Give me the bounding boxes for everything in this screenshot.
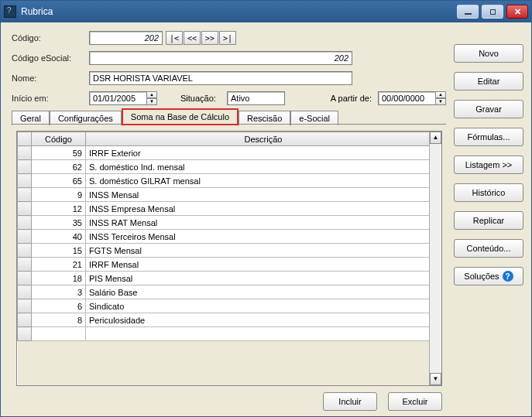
cell-codigo[interactable]: 3: [32, 285, 86, 299]
cell-codigo[interactable]: 59: [32, 146, 86, 160]
cell-descricao[interactable]: S. doméstico Ind. mensal: [86, 160, 441, 174]
situacao-field[interactable]: Ativo: [227, 91, 285, 105]
cell-descricao[interactable]: INSS Empresa Mensal: [86, 202, 441, 216]
esocial-field[interactable]: 202: [89, 51, 352, 65]
solucoes-button[interactable]: Soluções ?: [454, 267, 523, 285]
row-header[interactable]: [18, 160, 32, 174]
conteudo-button[interactable]: Conteúdo...: [454, 239, 523, 258]
cell-codigo[interactable]: 21: [32, 258, 86, 272]
cell-empty: [32, 327, 86, 341]
apartir-spinner[interactable]: ▲ ▼: [435, 91, 446, 105]
table-row[interactable]: 18PIS Mensal: [18, 272, 441, 285]
cell-descricao[interactable]: INSS Mensal: [86, 188, 441, 202]
codigo-label: Código:: [12, 33, 89, 43]
window-title: Rubrica: [21, 6, 457, 17]
codigo-field[interactable]: 202: [89, 31, 163, 45]
inicio-field[interactable]: 01/01/2005: [89, 91, 147, 105]
nav-last-button[interactable]: >|: [219, 31, 236, 45]
table-row[interactable]: 65S. doméstico GILRAT mensal: [18, 174, 441, 188]
grid-corner: [18, 132, 32, 146]
row-header[interactable]: [18, 174, 32, 188]
cell-codigo[interactable]: 35: [32, 216, 86, 230]
col-header-descricao[interactable]: Descrição: [86, 132, 441, 146]
maximize-button[interactable]: [482, 5, 503, 19]
inicio-spinner[interactable]: ▲ ▼: [146, 91, 157, 105]
editar-button[interactable]: Editar: [454, 72, 523, 91]
col-header-codigo[interactable]: Código: [32, 132, 86, 146]
cell-codigo[interactable]: 62: [32, 160, 86, 174]
grid-table[interactable]: Código Descrição 59IRRF Exterior62S. dom…: [17, 132, 441, 341]
replicar-button[interactable]: Replicar: [454, 211, 523, 230]
tab-soma-base-calculo[interactable]: Soma na Base de Cálculo: [122, 108, 239, 125]
cell-descricao[interactable]: Salário Base: [86, 285, 441, 299]
row-header[interactable]: [18, 313, 32, 327]
row-header[interactable]: [18, 216, 32, 230]
cell-descricao[interactable]: IRRF Mensal: [86, 258, 441, 272]
spin-up-icon[interactable]: ▲: [146, 91, 157, 98]
incluir-button[interactable]: Incluir: [323, 392, 377, 411]
historico-button[interactable]: Histórico: [454, 183, 523, 202]
spin-down-icon[interactable]: ▼: [146, 98, 157, 105]
nav-next-button[interactable]: >>: [201, 31, 218, 45]
grid-container: Código Descrição 59IRRF Exterior62S. dom…: [16, 131, 442, 386]
esocial-label: Código eSocial:: [12, 53, 89, 63]
nav-first-button[interactable]: |<: [166, 31, 183, 45]
table-row[interactable]: 12INSS Empresa Mensal: [18, 202, 441, 216]
excluir-button[interactable]: Excluir: [388, 392, 442, 411]
cell-descricao[interactable]: FGTS Mensal: [86, 244, 441, 258]
scroll-track[interactable]: [430, 144, 441, 373]
cell-descricao[interactable]: Sindicato: [86, 299, 441, 313]
cell-descricao[interactable]: IRRF Exterior: [86, 146, 441, 160]
cell-descricao[interactable]: S. doméstico GILRAT mensal: [86, 174, 441, 188]
row-header[interactable]: [18, 299, 32, 313]
cell-codigo[interactable]: 65: [32, 174, 86, 188]
cell-codigo[interactable]: 9: [32, 188, 86, 202]
cell-codigo[interactable]: 12: [32, 202, 86, 216]
row-header[interactable]: [18, 146, 32, 160]
table-row[interactable]: 62S. doméstico Ind. mensal: [18, 160, 441, 174]
cell-codigo[interactable]: 18: [32, 272, 86, 285]
grid-scrollbar[interactable]: ▲ ▼: [429, 132, 441, 385]
row-header[interactable]: [18, 258, 32, 272]
table-row[interactable]: 6Sindicato: [18, 299, 441, 313]
cell-descricao[interactable]: INSS Terceiros Mensal: [86, 230, 441, 244]
table-row[interactable]: 59IRRF Exterior: [18, 146, 441, 160]
cell-descricao[interactable]: INSS RAT Mensal: [86, 216, 441, 230]
cell-codigo[interactable]: 40: [32, 230, 86, 244]
table-row[interactable]: 3Salário Base: [18, 285, 441, 299]
apartir-field[interactable]: 00/00/0000: [378, 91, 436, 105]
table-row[interactable]: 8Periculosidade: [18, 313, 441, 327]
close-button[interactable]: ✕: [506, 5, 528, 19]
row-header[interactable]: [18, 188, 32, 202]
gravar-button[interactable]: Gravar: [454, 100, 523, 118]
cell-descricao[interactable]: Periculosidade: [86, 313, 441, 327]
scroll-up-icon[interactable]: ▲: [430, 132, 441, 144]
row-header[interactable]: [18, 230, 32, 244]
minimize-button[interactable]: [457, 5, 479, 19]
table-row[interactable]: 21IRRF Mensal: [18, 258, 441, 272]
table-row[interactable]: 35INSS RAT Mensal: [18, 216, 441, 230]
novo-button[interactable]: Novo: [454, 44, 523, 63]
nav-prev-button[interactable]: <<: [184, 31, 201, 45]
cell-codigo[interactable]: 15: [32, 244, 86, 258]
table-row[interactable]: 9INSS Mensal: [18, 188, 441, 202]
nome-field[interactable]: DSR HORISTA VARIAVEL: [89, 71, 352, 85]
row-header[interactable]: [18, 202, 32, 216]
table-row[interactable]: 40INSS Terceiros Mensal: [18, 230, 441, 244]
cell-codigo[interactable]: 6: [32, 299, 86, 313]
window-rubrica: Rubrica ✕ Código: 202 |< << >> >| Código…: [0, 0, 532, 417]
scroll-down-icon[interactable]: ▼: [430, 373, 441, 385]
spin-up-icon[interactable]: ▲: [435, 91, 446, 98]
titlebar[interactable]: Rubrica ✕: [1, 1, 531, 22]
formulas-button[interactable]: Fórmulas...: [454, 128, 523, 146]
inicio-label: Início em:: [12, 94, 89, 103]
spin-down-icon[interactable]: ▼: [435, 98, 446, 105]
row-header[interactable]: [18, 244, 32, 258]
table-row[interactable]: 15FGTS Mensal: [18, 244, 441, 258]
row-header[interactable]: [18, 272, 32, 285]
apartir-label: A partir de:: [324, 94, 378, 103]
cell-descricao[interactable]: PIS Mensal: [86, 272, 441, 285]
cell-codigo[interactable]: 8: [32, 313, 86, 327]
row-header[interactable]: [18, 285, 32, 299]
listagem-button[interactable]: Listagem >>: [454, 156, 523, 174]
